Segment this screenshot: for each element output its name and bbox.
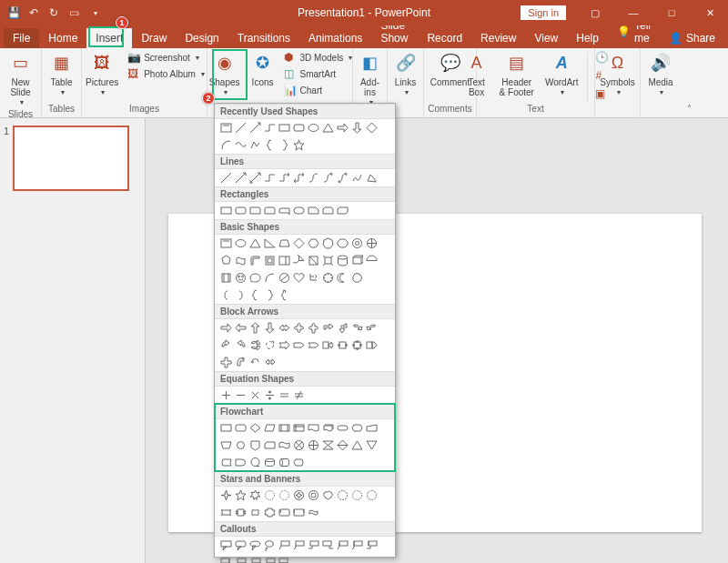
menu-home[interactable]: Home	[39, 28, 86, 48]
shape-oval[interactable]	[308, 122, 319, 134]
new-slide-button[interactable]: ▭New Slide▾	[5, 50, 36, 109]
save-icon[interactable]: 💾	[7, 6, 20, 19]
shape-eq-eq[interactable]	[278, 389, 290, 401]
ribbon-options-icon[interactable]: ▢	[577, 0, 613, 25]
shape-ar24[interactable]	[235, 357, 247, 368]
shape-b28[interactable]	[293, 272, 305, 284]
shape-r1[interactable]	[220, 205, 232, 216]
menu-design[interactable]: Design	[176, 28, 228, 48]
shape-ar17[interactable]	[293, 339, 305, 351]
shape-ar3[interactable]	[249, 322, 261, 334]
shape-st4[interactable]	[264, 489, 276, 501]
shape-line-arrow[interactable]	[249, 122, 261, 134]
addins-button[interactable]: ◧Add- ins▾	[355, 50, 386, 109]
menu-record[interactable]: Record	[418, 28, 471, 48]
shape-ar4[interactable]	[264, 322, 276, 334]
icons-button[interactable]: ✪Icons	[248, 50, 278, 89]
shape-line[interactable]	[235, 122, 247, 134]
shape-rb6[interactable]	[293, 507, 305, 518]
shape-ar8[interactable]	[322, 322, 334, 334]
shape-b29[interactable]	[308, 272, 319, 284]
shape-fc-storeddata[interactable]	[220, 457, 232, 468]
shape-st9[interactable]	[337, 489, 349, 501]
shape-b27[interactable]	[278, 272, 290, 284]
shape-b31[interactable]	[337, 272, 349, 284]
shape-right-arrow[interactable]	[337, 122, 349, 134]
shape-co7[interactable]	[308, 539, 319, 551]
shape-b4[interactable]	[264, 237, 276, 249]
shape-b23[interactable]	[220, 272, 232, 284]
shape-fc-punchedtape[interactable]	[278, 439, 290, 451]
shape-ar14[interactable]	[249, 339, 261, 351]
shape-rb4[interactable]	[264, 507, 276, 518]
pictures-button[interactable]: 🖼Pictures▾	[82, 50, 122, 99]
undo-icon[interactable]: ↶	[27, 6, 40, 19]
shape-b24[interactable]	[235, 272, 247, 284]
shape-st6[interactable]	[293, 489, 305, 501]
menu-file[interactable]: File	[4, 28, 39, 48]
media-button[interactable]: 🔊Media▾	[644, 50, 676, 99]
shape-ar1[interactable]	[220, 322, 232, 334]
shape-fc-predefined[interactable]	[278, 422, 290, 434]
shape-b36[interactable]	[264, 289, 276, 301]
shape-fc-manualop[interactable]	[220, 439, 232, 451]
shape-co13[interactable]	[235, 557, 247, 563]
qat-dropdown-icon[interactable]: ▾	[89, 6, 102, 19]
shape-co5[interactable]	[278, 539, 290, 551]
shape-line-a1[interactable]	[235, 172, 247, 184]
shape-fc-summing[interactable]	[293, 439, 305, 451]
shape-co9[interactable]	[337, 539, 349, 551]
shape-b11[interactable]	[366, 237, 378, 249]
shape-connector[interactable]	[264, 122, 276, 134]
shape-ar7[interactable]	[308, 322, 319, 334]
shape-rb7[interactable]	[308, 507, 319, 518]
shape-b22[interactable]	[366, 255, 378, 266]
shape-b33[interactable]	[220, 289, 232, 301]
header-footer-button[interactable]: ▤Header & Footer	[496, 50, 538, 99]
shape-ar20[interactable]	[337, 339, 349, 351]
shape-fc-manualinput[interactable]	[366, 422, 378, 434]
shape-co6[interactable]	[293, 539, 305, 551]
shape-fc-card[interactable]	[264, 439, 276, 451]
close-icon[interactable]: ✕	[692, 0, 728, 25]
shape-fc-seqaccess[interactable]	[249, 457, 261, 468]
3d-models-button[interactable]: ⬢3D Models▾	[282, 50, 355, 65]
shape-brace-left[interactable]	[264, 139, 276, 151]
shape-b13[interactable]	[235, 255, 247, 266]
start-from-beginning-icon[interactable]: ▭	[67, 6, 80, 19]
shape-curved-conn-a2[interactable]	[337, 172, 349, 184]
menu-animations[interactable]: Animations	[299, 28, 371, 48]
shape-freeform2[interactable]	[366, 172, 378, 184]
shape-fc-directaccess[interactable]	[278, 457, 290, 468]
shape-line-s[interactable]	[220, 172, 232, 184]
shape-ar2[interactable]	[235, 322, 247, 334]
shape-st10[interactable]	[351, 489, 363, 501]
shape-st5[interactable]	[278, 489, 290, 501]
shape-fc-connector[interactable]	[235, 439, 247, 451]
collapse-ribbon-button[interactable]: ˄	[681, 48, 697, 117]
shape-ar9[interactable]	[337, 322, 349, 334]
shape-b9[interactable]	[337, 237, 349, 249]
maximize-icon[interactable]: □	[653, 0, 690, 25]
shape-ar19[interactable]	[322, 339, 334, 351]
shape-scribble[interactable]	[351, 172, 363, 184]
shape-line-a2[interactable]	[249, 172, 261, 184]
shape-b12[interactable]	[220, 255, 232, 266]
shape-b5[interactable]	[278, 237, 290, 249]
text-box-button[interactable]: AText Box	[461, 50, 492, 99]
shape-st8[interactable]	[322, 489, 334, 501]
shape-b10[interactable]	[351, 237, 363, 249]
shape-eq-neq[interactable]	[293, 389, 305, 401]
shape-co2[interactable]	[235, 539, 247, 551]
shape-ar18[interactable]	[308, 339, 319, 351]
shape-b17[interactable]	[293, 255, 305, 266]
shape-fc-multidoc[interactable]	[322, 422, 334, 434]
shape-ar21[interactable]	[351, 339, 363, 351]
shape-down-arrow[interactable]	[351, 122, 363, 134]
shape-ar12[interactable]	[220, 339, 232, 351]
shape-b25[interactable]	[249, 272, 261, 284]
shape-co4[interactable]	[264, 539, 276, 551]
shape-ar26[interactable]	[264, 357, 276, 368]
shape-b1[interactable]	[220, 237, 232, 249]
shape-b30[interactable]	[322, 272, 334, 284]
